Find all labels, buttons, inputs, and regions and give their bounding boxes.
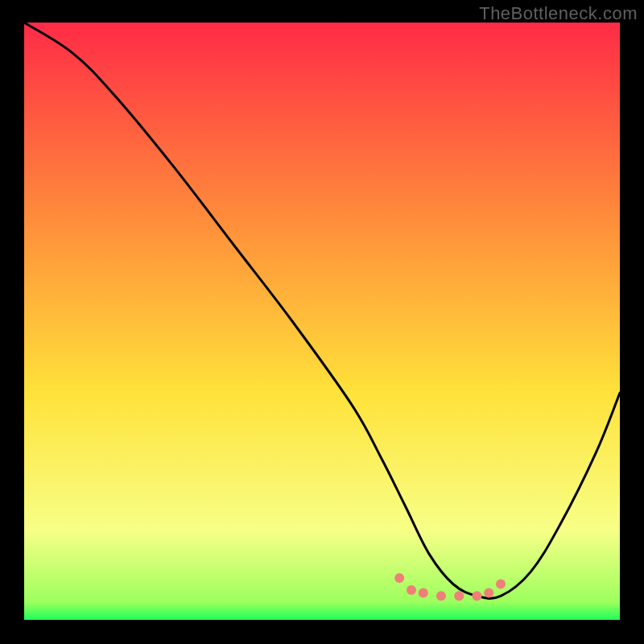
highlight-dot [407, 585, 416, 595]
highlight-dot [472, 591, 481, 601]
watermark-text: TheBottleneck.com [479, 3, 638, 24]
chart-frame: TheBottleneck.com [0, 0, 644, 644]
plot-area [24, 23, 620, 620]
gradient-background [24, 23, 620, 620]
highlight-dot [419, 588, 428, 598]
highlight-dot [496, 580, 506, 589]
highlight-dot [436, 591, 446, 601]
highlight-dot [394, 573, 404, 583]
highlight-dot [484, 588, 493, 598]
highlight-dot [454, 591, 464, 601]
bottleneck-chart [24, 23, 620, 620]
